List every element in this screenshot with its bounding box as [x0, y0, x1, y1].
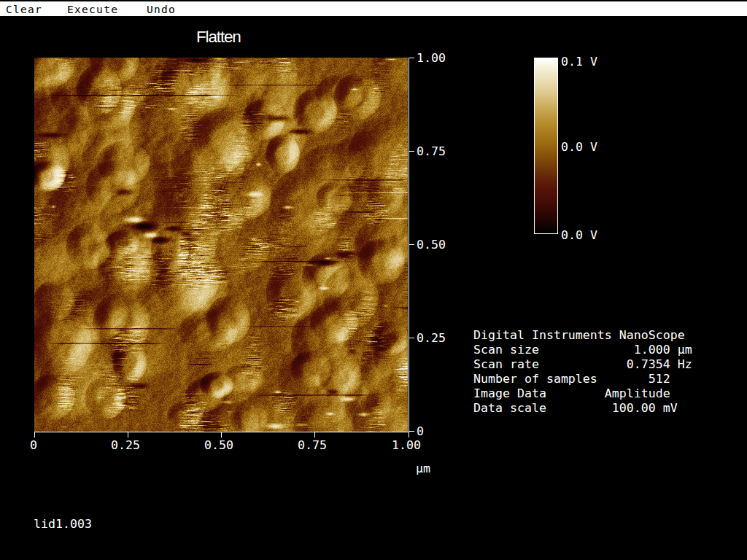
y-tick	[409, 431, 414, 432]
y-axis-line	[409, 58, 409, 432]
axis-unit-label: µm	[416, 462, 430, 476]
x-tick-label: 0.75	[298, 438, 327, 453]
afm-image[interactable]	[34, 58, 408, 432]
x-tick	[409, 432, 409, 438]
x-tick-label: 0.25	[111, 438, 140, 453]
colorbar-top-label: 0.1 V	[561, 55, 597, 69]
plot-title: Flatten	[196, 29, 241, 45]
x-tick	[34, 432, 35, 438]
x-axis-line	[34, 432, 409, 432]
info-row-scan-size: Scan size 1.000 µm	[473, 343, 692, 357]
scan-info-block: Digital Instruments NanoScope Scan size …	[473, 328, 692, 416]
x-tick	[221, 432, 222, 438]
info-row-samples: Number of samples 512	[473, 372, 692, 386]
y-tick-label: 0.50	[417, 238, 446, 252]
x-tick	[128, 432, 128, 438]
menu-item-undo[interactable]: Undo	[147, 3, 176, 16]
menu-item-clear[interactable]: Clear	[6, 3, 42, 16]
info-row-scan-rate: Scan rate 0.7354 Hz	[473, 357, 692, 372]
menu-item-execute[interactable]: Execute	[67, 3, 118, 16]
x-tick-label: 0.50	[204, 438, 233, 453]
y-tick-label: 0	[417, 424, 424, 439]
menu-bar: Clear Execute Undo	[0, 0, 747, 16]
y-tick-label: 1.00	[417, 51, 446, 66]
y-tick	[409, 338, 414, 338]
y-tick	[409, 58, 414, 58]
y-tick-label: 0.75	[417, 144, 446, 159]
y-tick-label: 0.25	[417, 331, 446, 346]
info-row-image-data: Image Data Amplitude	[473, 386, 692, 401]
y-tick	[409, 244, 414, 245]
info-row-data-scale: Data scale 100.00 mV	[473, 401, 692, 416]
x-tick-label: 1.00	[392, 438, 421, 453]
color-scale-bar	[534, 58, 558, 234]
info-header: Digital Instruments NanoScope	[473, 328, 692, 343]
colorbar-middle-label: 0.0 V	[561, 140, 597, 155]
x-tick	[314, 432, 315, 438]
y-tick	[409, 151, 414, 152]
colorbar-bottom-label: 0.0 V	[561, 228, 597, 243]
filename-label: lid1.003	[34, 517, 92, 532]
x-tick-label: 0	[30, 438, 37, 453]
